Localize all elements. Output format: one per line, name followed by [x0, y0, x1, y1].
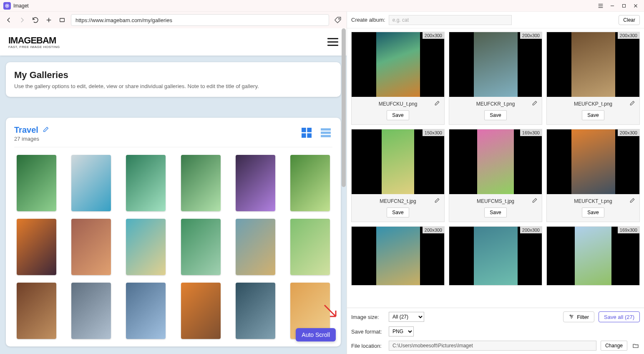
view-list-icon[interactable]: [319, 126, 332, 141]
save-button[interactable]: Save: [582, 110, 604, 120]
minimize-icon[interactable]: [607, 1, 617, 11]
brand-sub: FAST, FREE IMAGE HOSTING: [8, 45, 60, 49]
download-item[interactable]: 200x300 MEUFCKR_t.png Save: [449, 32, 542, 125]
url-input[interactable]: [71, 14, 329, 26]
file-name: MEUFCKU_t.png: [379, 101, 418, 107]
create-album-input[interactable]: [389, 15, 512, 25]
svg-rect-15: [302, 133, 306, 138]
browser-toolbar: [0, 12, 347, 28]
site-header: IMAGEBAM FAST, FREE IMAGE HOSTING: [0, 28, 347, 56]
download-item[interactable]: 200x300 MEUFCKU_t.png Save: [351, 32, 445, 125]
file-name: MEUFCMS_t.jpg: [477, 198, 514, 204]
svg-rect-14: [307, 128, 312, 132]
file-name: MEUFCKP_t.png: [574, 101, 612, 107]
dimension-badge: 200x300: [423, 32, 444, 39]
rename-icon[interactable]: [629, 197, 635, 205]
filter-button[interactable]: Filter: [563, 311, 594, 322]
rename-icon[interactable]: [434, 197, 440, 205]
site-brand[interactable]: IMAGEBAM FAST, FREE IMAGE HOSTING: [8, 35, 60, 49]
gallery-title[interactable]: Travel: [14, 125, 38, 135]
scrollbar[interactable]: [342, 28, 346, 187]
thumbnail[interactable]: [126, 155, 166, 211]
reload-button[interactable]: [31, 15, 40, 25]
save-button[interactable]: Save: [387, 207, 409, 217]
back-button[interactable]: [4, 15, 13, 25]
thumbnail[interactable]: [236, 283, 275, 339]
thumbnail[interactable]: [181, 155, 221, 211]
file-location-input[interactable]: [389, 341, 596, 351]
download-item[interactable]: 200x300 MEUFCKP_t.png Save: [546, 32, 640, 125]
change-button[interactable]: Change: [601, 341, 627, 351]
close-icon[interactable]: [631, 1, 641, 11]
forward-button[interactable]: [18, 15, 27, 25]
auto-scroll-button[interactable]: Auto Scroll: [296, 328, 336, 341]
thumbnail[interactable]: [290, 219, 330, 275]
menu-icon[interactable]: [596, 1, 606, 11]
rename-icon[interactable]: [532, 197, 538, 205]
save-format-label: Save format:: [351, 329, 385, 335]
titlebar: Imaget: [0, 0, 644, 12]
download-item[interactable]: 150x300 MEUFCN2_t.jpg Save: [351, 129, 445, 222]
thumbnail[interactable]: [236, 219, 275, 275]
new-tab-button[interactable]: [44, 15, 53, 25]
edit-title-icon[interactable]: [43, 126, 49, 134]
svg-point-12: [339, 18, 340, 19]
download-item[interactable]: 200x300: [351, 226, 445, 286]
maximize-icon[interactable]: [619, 1, 629, 11]
thumbnail[interactable]: [71, 155, 111, 211]
open-folder-icon[interactable]: [631, 341, 640, 350]
thumbnail[interactable]: [181, 283, 221, 339]
download-item[interactable]: 200x300 MEUFCKT_t.png Save: [546, 129, 640, 222]
image-size-select[interactable]: All (27): [389, 312, 424, 322]
save-button[interactable]: Save: [484, 110, 506, 120]
save-all-button[interactable]: Save all (27): [599, 311, 640, 322]
rename-icon[interactable]: [532, 100, 538, 108]
save-button[interactable]: Save: [582, 207, 604, 217]
thumbnail[interactable]: [71, 283, 111, 339]
dimension-badge: 200x300: [423, 227, 444, 233]
gallery-count: 27 images: [14, 136, 49, 142]
tabs-button[interactable]: [58, 15, 67, 25]
thumbnail-grid: [14, 155, 332, 339]
thumbnail[interactable]: [181, 219, 221, 275]
thumbnail[interactable]: [17, 155, 56, 211]
tag-icon[interactable]: [333, 15, 342, 25]
dp-header: Create album: Clear: [347, 12, 644, 28]
dimension-badge: 200x300: [618, 129, 639, 136]
thumbnail[interactable]: [236, 155, 275, 211]
app-title: Imaget: [13, 3, 29, 9]
dimension-badge: 169x300: [520, 129, 542, 136]
thumbnail[interactable]: [71, 219, 111, 275]
rename-icon[interactable]: [434, 100, 440, 108]
download-item[interactable]: 200x300: [449, 226, 542, 286]
file-name: MEUFCKT_t.png: [574, 198, 612, 204]
file-name: MEUFCKR_t.png: [476, 101, 515, 107]
rename-icon[interactable]: [629, 100, 635, 108]
page-content: IMAGEBAM FAST, FREE IMAGE HOSTING My Gal…: [0, 28, 347, 354]
site-menu-icon[interactable]: [327, 38, 338, 46]
save-button[interactable]: Save: [387, 110, 409, 120]
clear-button[interactable]: Clear: [619, 15, 640, 25]
dimension-badge: 200x300: [520, 227, 542, 233]
thumbnail[interactable]: [290, 155, 330, 211]
svg-rect-17: [321, 128, 331, 130]
view-grid-icon[interactable]: [300, 126, 313, 141]
dimension-badge: 150x300: [423, 129, 444, 136]
save-format-select[interactable]: PNG: [389, 326, 414, 336]
file-name: MEUFCN2_t.jpg: [380, 198, 416, 204]
thumbnail[interactable]: [126, 283, 166, 339]
thumbnail[interactable]: [17, 219, 56, 275]
dimension-badge: 200x300: [618, 32, 639, 39]
my-galleries-desc: Use the gallery options to edit, delete,…: [14, 83, 332, 89]
save-button[interactable]: Save: [484, 207, 506, 217]
svg-point-1: [7, 5, 8, 6]
thumbnail[interactable]: [17, 283, 56, 339]
download-panel: Create album: Clear 200x300 MEUFCKU_t.pn…: [347, 12, 644, 354]
my-galleries-card: My Galleries Use the gallery options to …: [6, 62, 341, 97]
thumbnail[interactable]: [126, 219, 166, 275]
svg-rect-19: [321, 135, 331, 137]
create-album-label: Create album:: [351, 17, 385, 23]
download-item[interactable]: 169x300 MEUFCMS_t.jpg Save: [449, 129, 542, 222]
download-item[interactable]: 169x300: [546, 226, 640, 286]
my-galleries-title: My Galleries: [14, 70, 332, 81]
